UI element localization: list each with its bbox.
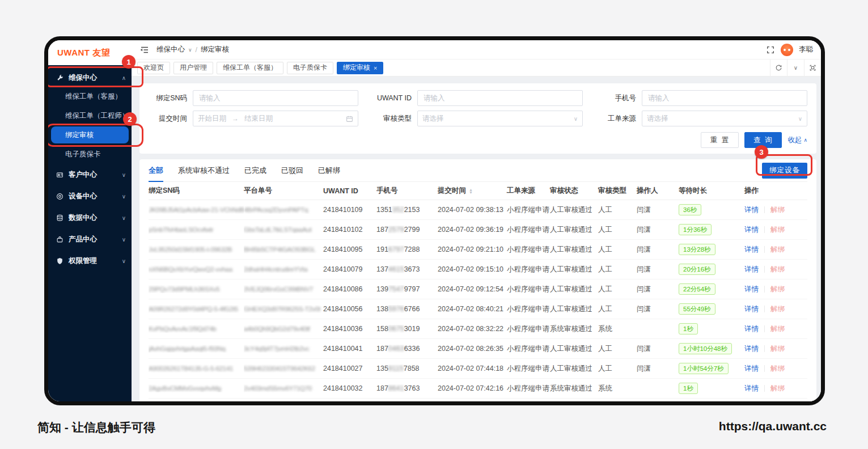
breadcrumb-item-center[interactable]: 维保中心 [156,45,185,54]
sn-code-redacted: A90026261T84135-G-5-62141 [149,365,233,372]
sidebar-item-设备中心[interactable]: 设备中心∨ [48,185,132,207]
text-input[interactable] [193,90,358,106]
avatar[interactable] [781,44,793,56]
order-source: 小程序端申请 [507,304,550,314]
bind-device-button[interactable]: 绑定设备 [762,163,807,179]
phone-number: 18704636336 [376,345,438,353]
uwant-id: 2418410102 [323,226,376,234]
tab-电子质保卡[interactable]: 电子质保卡 [287,62,333,74]
unbind-link[interactable]: 解绑 [770,384,785,393]
action-divider [764,206,765,213]
detail-link[interactable]: 详情 [744,245,759,255]
unbind-link[interactable]: 解绑 [770,205,785,215]
review-list-panel: 全部系统审核不通过已完成已驳回已解绑 绑定设备 绑定SN码平台单号UWANT I… [139,159,816,401]
platform-order-redacted: 539H62330415T9642K62 [244,365,315,372]
table-row: A90026261T84135-G-5-62141 539H62330415T9… [149,359,807,379]
sidebar-subitem-绑定审核[interactable]: 绑定审核 [51,126,129,143]
tab-menu-chevron-icon[interactable]: ∨ [787,60,804,76]
unbind-link[interactable]: 解绑 [770,245,785,255]
user-name[interactable]: 李聪 [799,45,813,54]
search-field-UWANT ID: UWANT ID [373,90,583,106]
table-row: KvPbQvAvvAc1f9Qd74b a4b0Qh9QbG2d79v40tf … [149,319,807,339]
chevron-up-icon: ∧ [803,137,807,143]
reset-button[interactable]: 重 置 [701,132,738,148]
detail-link[interactable]: 详情 [744,344,759,354]
sidebar-item-权限管理[interactable]: 权限管理∨ [48,250,132,272]
sidebar-subitem-电子质保卡[interactable]: 电子质保卡 [48,145,132,164]
sidebar-item-产品中心[interactable]: 产品中心∨ [48,228,132,250]
detail-link[interactable]: 详情 [744,324,759,334]
sidebar-item-数据中心[interactable]: 数据中心∨ [48,207,132,228]
query-button[interactable]: 查 询 [744,132,782,148]
unbind-link[interactable]: 解绑 [770,344,785,354]
unbind-link[interactable]: 解绑 [770,324,785,334]
filter-tab-已解绑[interactable]: 已解绑 [318,159,340,182]
sidebar-subitem-维保工单（客服）[interactable]: 维保工单（客服） [48,87,132,106]
daterange-input[interactable]: 开始日期→结束日期 [193,111,358,126]
wait-duration-badge: 13分28秒 [679,244,715,255]
tab-欢迎页[interactable]: 欢迎页 [137,62,170,74]
refresh-icon[interactable] [770,60,787,76]
unbind-link[interactable]: 解绑 [770,364,785,374]
uwant-id: 2418410056 [323,305,376,313]
filter-tab-已驳回[interactable]: 已驳回 [281,159,303,182]
collapse-search-link[interactable]: 收起∧ [787,135,807,145]
submit-time: 2024-07-02 07:42:16 [438,384,507,392]
detail-link[interactable]: 详情 [744,205,759,215]
chevron-down-icon: ∨ [122,258,126,264]
phone-number: 18725792799 [376,226,438,234]
unbind-link[interactable]: 解绑 [770,304,785,314]
unbind-link[interactable]: 解绑 [770,265,785,274]
review-type: 人工 [598,285,637,294]
detail-link[interactable]: 详情 [744,304,759,314]
tab-用户管理[interactable]: 用户管理 [173,62,213,74]
action-divider [764,365,765,372]
select-工单来源[interactable]: 请选择∨ [642,111,807,126]
submit-time: 2024-07-02 09:36:19 [438,226,507,234]
select-审核类型[interactable]: 请选择∨ [417,111,583,126]
sidebar-subitem-维保工单（工程师）[interactable]: 维保工单（工程师） [48,106,132,125]
filter-tab-已完成[interactable]: 已完成 [244,159,266,182]
collapse-sidebar-icon[interactable] [139,45,150,55]
operator-name: 闫潇 [637,265,679,274]
detail-link[interactable]: 详情 [744,225,759,235]
sort-icon[interactable]: ▲▼ [469,188,473,194]
filter-tab-全部[interactable]: 全部 [149,159,163,182]
field-label: 手机号 [598,94,642,103]
fullscreen-icon[interactable] [766,45,775,54]
detail-link[interactable]: 详情 [744,265,759,274]
platform-order-redacted: BHI5b5CTP4tGAO93BGL [244,246,316,253]
sidebar-item-维保中心[interactable]: 维保中心∧ [48,69,132,87]
submit-time: 2024-07-02 09:12:54 [438,285,507,293]
text-input[interactable] [642,90,807,106]
text-input[interactable] [417,90,583,106]
filter-tab-系统审核不通过[interactable]: 系统审核不通过 [178,159,230,182]
start-date[interactable]: 开始日期 [198,114,226,124]
sn-code-redacted: 2AgvBvCMMvGvvqvhvMg [149,385,221,392]
search-field-手机号: 手机号 [598,90,807,106]
detail-link[interactable]: 详情 [744,384,759,393]
table-row: jAvhGajqvhrtgaAaqt5-f93Nq 3cY4q9j4T7jvmH… [149,339,807,359]
end-date[interactable]: 结束日期 [244,114,273,124]
input-绑定SN码[interactable] [198,94,353,103]
tab-维保工单（客服）[interactable]: 维保工单（客服） [217,62,283,74]
sidebar-item-客户中心[interactable]: 客户中心∨ [48,164,132,185]
uwant-id: 2418410079 [323,265,376,273]
uwant-id: 2418410041 [323,345,376,353]
action-divider [764,286,765,293]
sidebar-item-label: 数据中心 [69,213,122,223]
caption-left: 简知 - 让信息触手可得 [37,420,155,435]
unbind-link[interactable]: 解绑 [770,225,785,235]
tab-绑定审核[interactable]: 绑定审核× [337,62,383,74]
input-UWANT ID[interactable] [422,94,578,103]
search-field-提交时间: 提交时间开始日期→结束日期 [149,111,358,126]
input-手机号[interactable] [647,94,802,103]
close-icon[interactable]: × [374,65,377,71]
table-row: pSnbTfvHtaoLSOcvfwtr GbsTaLdL7tkLSTqaaAu… [149,220,807,240]
unbind-link[interactable]: 解绑 [770,285,785,294]
maximize-icon[interactable] [804,60,821,76]
detail-link[interactable]: 详情 [744,285,759,294]
caption-right: https://qa.uwant.cc [719,420,827,433]
detail-link[interactable]: 详情 [744,364,759,374]
sn-code-redacted: JvL95250d15M1905-t-09632B [149,246,232,253]
